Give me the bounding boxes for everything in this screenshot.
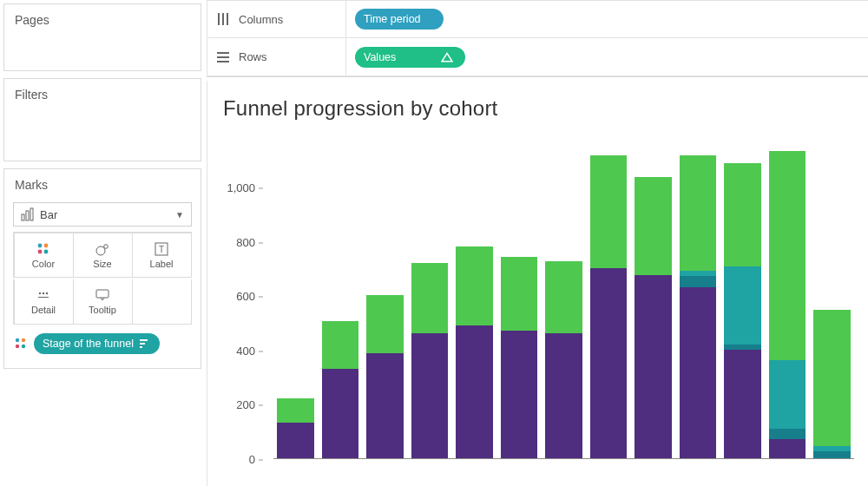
bar-segment-green <box>411 263 449 333</box>
bar[interactable] <box>680 155 717 458</box>
columns-shelf[interactable]: Columns Time period <box>207 0 868 38</box>
bar[interactable] <box>724 163 761 458</box>
bar[interactable] <box>769 151 806 458</box>
bar[interactable] <box>545 261 582 458</box>
chart-plot[interactable]: 02004006008001,000 <box>223 129 854 476</box>
bar-segment-purple <box>501 331 538 458</box>
bar-segment-purple <box>322 369 359 458</box>
svg-rect-27 <box>217 56 229 58</box>
svg-rect-25 <box>227 13 228 25</box>
bar[interactable] <box>635 177 672 458</box>
bar-segment-purple <box>680 287 717 458</box>
bar[interactable] <box>813 310 851 458</box>
bar-segment-green <box>366 295 404 353</box>
bar[interactable] <box>322 321 359 458</box>
rows-icon <box>216 50 230 64</box>
bar-segment-dteal <box>680 276 717 287</box>
filters-title: Filters <box>4 79 201 107</box>
bar-segment-purple <box>635 275 672 458</box>
svg-point-7 <box>96 246 105 255</box>
mark-type-select[interactable]: Bar ▼ <box>13 202 192 227</box>
svg-rect-26 <box>217 52 229 54</box>
label-icon: T <box>154 241 169 257</box>
bar-segment-purple <box>590 268 628 458</box>
bar[interactable] <box>590 155 628 458</box>
marks-label-card[interactable]: T Label <box>132 233 192 278</box>
marks-title: Marks <box>4 169 201 197</box>
svg-point-16 <box>16 338 19 342</box>
y-tick: 200 <box>236 398 263 411</box>
svg-point-18 <box>16 345 19 348</box>
bar[interactable] <box>277 398 314 458</box>
y-tick: 400 <box>236 344 263 357</box>
size-icon <box>95 241 110 257</box>
bar-segment-dteal <box>769 429 806 440</box>
color-encoding-pill[interactable]: Stage of the funnel <box>34 333 160 354</box>
rows-label: Rows <box>239 50 267 63</box>
y-tick: 600 <box>236 290 263 303</box>
svg-rect-28 <box>217 61 229 62</box>
bar-segment-green <box>724 163 761 266</box>
color-encoding-label: Stage of the funnel <box>43 338 134 350</box>
bar[interactable] <box>456 246 493 458</box>
columns-label: Columns <box>239 13 283 26</box>
caret-down-icon: ▼ <box>175 210 184 220</box>
svg-rect-24 <box>222 13 224 25</box>
bar-segment-purple <box>366 353 404 458</box>
svg-rect-23 <box>218 13 220 25</box>
bar-segment-green <box>813 310 851 446</box>
color-dots-icon <box>36 241 51 257</box>
mark-type-label: Bar <box>35 208 175 221</box>
svg-point-3 <box>38 243 43 247</box>
svg-point-11 <box>39 292 41 294</box>
columns-pill-label: Time period <box>364 13 421 25</box>
svg-rect-22 <box>140 346 142 348</box>
bar[interactable] <box>366 295 404 458</box>
bar[interactable] <box>501 257 538 458</box>
marks-color-card[interactable]: Color <box>14 233 74 278</box>
marks-size-label: Size <box>93 259 111 269</box>
marks-panel: Marks Bar ▼ Color Size T Label <box>3 168 201 369</box>
svg-rect-0 <box>22 214 24 220</box>
bar-segment-purple <box>545 333 582 458</box>
svg-point-5 <box>38 249 43 253</box>
bar-segment-purple <box>724 350 761 458</box>
bar-segment-green <box>456 246 493 325</box>
bar-segment-green <box>635 177 672 275</box>
bar-segment-purple <box>277 423 314 458</box>
bar-segment-teal <box>724 266 761 344</box>
bars-container <box>273 147 854 459</box>
svg-point-19 <box>22 345 25 348</box>
columns-icon <box>216 12 230 26</box>
rows-shelf[interactable]: Rows Values <box>207 38 868 76</box>
marks-tooltip-label: Tooltip <box>89 305 116 315</box>
svg-point-6 <box>44 249 49 253</box>
bar-segment-green <box>590 155 628 268</box>
marks-color-label: Color <box>32 259 55 269</box>
bar[interactable] <box>411 263 449 458</box>
bar-segment-purple <box>456 325 493 458</box>
svg-point-13 <box>46 292 48 294</box>
svg-rect-21 <box>140 343 145 345</box>
marks-size-card[interactable]: Size <box>73 233 133 278</box>
marks-empty-cell <box>132 279 192 325</box>
pages-panel: Pages <box>3 3 201 71</box>
marks-detail-card[interactable]: Detail <box>14 279 74 325</box>
svg-rect-2 <box>30 208 33 220</box>
svg-text:T: T <box>159 245 164 254</box>
svg-point-17 <box>22 338 25 342</box>
rows-pill[interactable]: Values <box>355 47 465 68</box>
filters-panel: Filters <box>3 78 201 161</box>
tooltip-icon <box>95 287 110 303</box>
y-tick: 0 <box>249 453 263 466</box>
bar-segment-green <box>545 261 582 333</box>
bar-segment-purple <box>411 333 449 458</box>
bar-segment-green <box>277 398 314 423</box>
marks-tooltip-card[interactable]: Tooltip <box>73 279 133 325</box>
chart-title: Funnel progression by cohort <box>223 96 859 121</box>
delta-icon <box>441 51 453 63</box>
pages-title: Pages <box>4 4 201 32</box>
columns-pill[interactable]: Time period <box>355 9 444 30</box>
bar-segment-teal <box>769 360 806 428</box>
marks-detail-label: Detail <box>31 305 56 315</box>
